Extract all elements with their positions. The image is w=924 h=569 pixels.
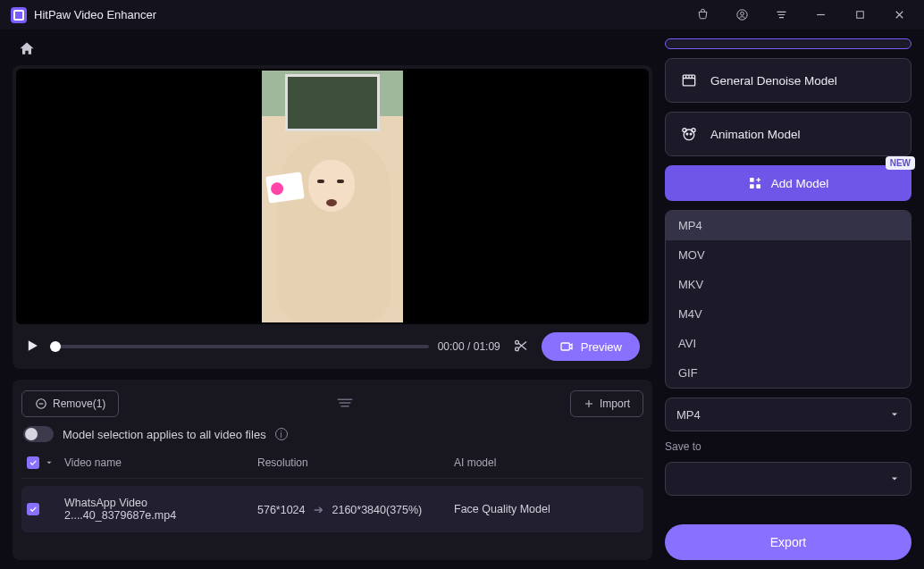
format-list: MP4 MOV MKV M4V AVI GIF: [665, 210, 911, 389]
svg-point-11: [686, 133, 688, 135]
seek-handle[interactable]: [50, 341, 61, 352]
format-option-avi[interactable]: AVI: [666, 329, 911, 358]
format-option-m4v[interactable]: M4V: [666, 299, 911, 329]
svg-point-12: [690, 133, 692, 135]
preview-button-label: Preview: [581, 340, 622, 354]
app-title: HitPaw Video Enhancer: [34, 8, 156, 21]
account-icon[interactable]: [722, 0, 761, 29]
maximize-button[interactable]: [840, 0, 879, 29]
save-to-select[interactable]: [665, 462, 911, 496]
time-display: 00:00 / 01:09: [438, 340, 500, 353]
apply-all-toggle[interactable]: [23, 426, 54, 442]
remove-button[interactable]: Remove(1): [21, 390, 119, 417]
selected-model-card[interactable]: [665, 38, 911, 49]
app-logo-icon: [11, 7, 27, 23]
home-icon[interactable]: [18, 40, 36, 61]
col-video-name: Video name: [61, 456, 257, 469]
preview-panel: 00:00 / 01:09 Preview: [13, 65, 652, 369]
chevron-down-icon: [889, 409, 900, 420]
seek-bar[interactable]: [50, 345, 429, 348]
svg-point-8: [684, 130, 694, 140]
table-header: Video name Resolution AI model: [21, 448, 643, 479]
chevron-down-icon: [889, 473, 900, 484]
svg-point-10: [692, 129, 695, 132]
new-badge: NEW: [886, 156, 915, 170]
model-option-denoise[interactable]: General Denoise Model: [665, 58, 911, 103]
menu-icon[interactable]: [761, 0, 801, 29]
model-option-label: General Denoise Model: [710, 74, 837, 88]
apply-all-label: Model selection applies to all video fil…: [63, 428, 266, 441]
format-option-mov[interactable]: MOV: [666, 240, 911, 270]
export-button-label: Export: [770, 535, 806, 549]
svg-point-9: [683, 129, 686, 132]
file-list-panel: Remove(1) Import Model selection applies…: [13, 380, 652, 560]
col-resolution: Resolution: [257, 456, 454, 469]
preview-button[interactable]: Preview: [542, 332, 640, 361]
model-option-animation[interactable]: Animation Model: [665, 112, 911, 156]
row-video-name: WhatsApp Video 2....40_8379687e.mp4: [61, 497, 257, 522]
svg-rect-5: [561, 343, 569, 350]
titlebar: HitPaw Video Enhancer: [0, 0, 924, 29]
list-drag-handle-icon[interactable]: [335, 397, 355, 412]
export-button[interactable]: Export: [665, 524, 911, 560]
import-button-label: Import: [600, 397, 630, 410]
model-option-label: Animation Model: [710, 128, 801, 141]
row-resolution: 576*1024 ➔ 2160*3840(375%): [257, 503, 454, 516]
add-model-button[interactable]: Add Model NEW: [665, 165, 911, 201]
svg-rect-13: [750, 178, 754, 182]
output-format-value: MP4: [676, 408, 701, 422]
table-row[interactable]: WhatsApp Video 2....40_8379687e.mp4 576*…: [21, 486, 643, 532]
svg-point-1: [740, 12, 743, 15]
minimize-button[interactable]: [801, 0, 840, 29]
video-thumbnail: [262, 71, 403, 322]
row-checkbox[interactable]: [27, 503, 39, 515]
svg-rect-14: [750, 184, 754, 188]
play-button[interactable]: [23, 337, 41, 357]
remove-button-label: Remove(1): [53, 397, 105, 410]
col-ai-model: AI model: [454, 456, 638, 469]
svg-rect-15: [756, 184, 760, 188]
chevron-down-icon[interactable]: [45, 458, 54, 467]
format-option-mkv[interactable]: MKV: [666, 270, 911, 299]
close-button[interactable]: [879, 0, 919, 29]
video-area[interactable]: [16, 69, 649, 324]
row-ai-model: Face Quality Model: [454, 503, 638, 515]
cart-icon[interactable]: [683, 0, 722, 29]
format-option-gif[interactable]: GIF: [666, 358, 911, 388]
arrow-right-icon: ➔: [314, 504, 323, 516]
save-to-label: Save to: [665, 440, 911, 453]
import-button[interactable]: Import: [570, 390, 643, 417]
film-icon: [680, 71, 698, 89]
bear-icon: [680, 125, 698, 143]
scissors-icon[interactable]: [509, 338, 533, 356]
add-model-label: Add Model: [771, 177, 829, 190]
info-icon[interactable]: i: [275, 428, 288, 440]
format-option-mp4[interactable]: MP4: [666, 211, 911, 240]
svg-rect-2: [856, 12, 863, 19]
output-format-select[interactable]: MP4: [665, 397, 911, 431]
select-all-checkbox[interactable]: [27, 456, 39, 469]
grid-plus-icon: [748, 176, 762, 190]
